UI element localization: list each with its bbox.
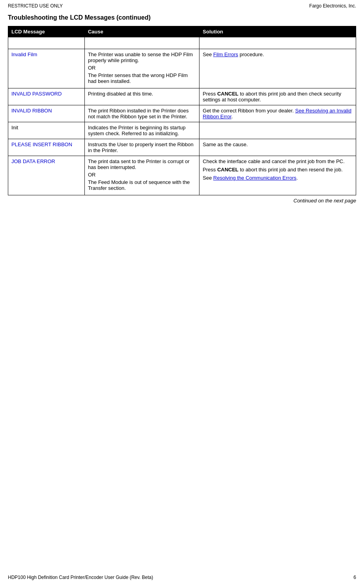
cause-text: Indicates the Printer is beginning its s…: [88, 125, 186, 136]
table-row: INVALID RIBBON The print Ribbon installe…: [8, 105, 356, 122]
section-title: Troubleshooting the LCD Messages (contin…: [8, 14, 356, 21]
lcd-message-label: Init: [11, 125, 18, 130]
table-row-empty: [8, 37, 356, 49]
header-left: RESTRICTED USE ONLY: [8, 3, 63, 9]
solution-text: Same as the cause.: [203, 141, 248, 147]
lcd-invalid-film: Invalid Film: [8, 49, 85, 88]
cause-text: Printing disabled at this time.: [88, 91, 153, 97]
footer-left: HDP100 High Definition Card Printer/Enco…: [8, 575, 153, 580]
continued-text: Continued on the next page: [8, 195, 356, 206]
resolving-comm-errors-link[interactable]: Resolving the Communication Errors: [213, 175, 296, 181]
lcd-message-label: JOB DATA ERROR: [11, 158, 55, 164]
table-row: JOB DATA ERROR The print data sent to th…: [8, 156, 356, 195]
cause-text: The print Ribbon installed in the Printe…: [88, 108, 189, 119]
cause-text: Instructs the User to properly insert th…: [88, 141, 194, 153]
lcd-init: Init: [8, 122, 85, 139]
col-header-cause: Cause: [84, 26, 199, 37]
table-row: Init Indicates the Printer is beginning …: [8, 122, 356, 139]
cause-text-2: The Feed Module is out of sequence with …: [88, 179, 196, 191]
solution-text: Get the correct Ribbon from your dealer.: [203, 108, 295, 114]
cause-please-insert-ribbon: Instructs the User to properly insert th…: [84, 139, 199, 156]
solution-text: See: [203, 51, 213, 57]
empty-lcd: [8, 37, 85, 49]
cause-job-data-error: The print data sent to the Printer is co…: [84, 156, 199, 195]
cancel-bold: CANCEL: [217, 167, 238, 173]
cause-invalid-password: Printing disabled at this time.: [84, 88, 199, 105]
empty-solution: [199, 37, 356, 49]
solution-text-period: .: [231, 114, 233, 119]
table-row: Invalid Film The Printer was unable to s…: [8, 49, 356, 88]
cancel-bold: CANCEL: [217, 91, 238, 97]
footer-right: 6: [353, 575, 356, 580]
lcd-message-label: INVALID RIBBON: [11, 108, 52, 114]
film-errors-link[interactable]: Film Errors: [213, 51, 238, 57]
cause-text-2: The Printer senses that the wrong HDP Fi…: [88, 72, 196, 84]
cause-text: The print data sent to the Printer is co…: [88, 158, 196, 170]
col-header-solution: Solution: [199, 26, 356, 37]
solution-invalid-password: Press CANCEL to abort this print job and…: [199, 88, 356, 105]
cause-text: The Printer was unable to sense the HDP …: [88, 51, 196, 63]
solution-please-insert-ribbon: Same as the cause.: [199, 139, 356, 156]
solution-text-3: See Resolving the Communication Errors.: [203, 175, 353, 181]
header-right: Fargo Electronics, Inc.: [309, 3, 356, 9]
lcd-message-label: PLEASE INSERT RIBBON: [11, 141, 72, 147]
table-row: INVALID PASSWORD Printing disabled at th…: [8, 88, 356, 105]
solution-invalid-ribbon: Get the correct Ribbon from your dealer.…: [199, 105, 356, 122]
solution-text: Press: [203, 91, 217, 97]
solution-text-after: procedure.: [238, 51, 264, 57]
cause-invalid-film: The Printer was unable to sense the HDP …: [84, 49, 199, 88]
or-text: OR: [88, 65, 196, 71]
lcd-message-label: Invalid Film: [11, 51, 37, 57]
solution-text-2: Press CANCEL to abort this print job and…: [203, 167, 353, 173]
lcd-invalid-password: INVALID PASSWORD: [8, 88, 85, 105]
solution-invalid-film: See Film Errors procedure.: [199, 49, 356, 88]
solution-text-1: Check the interface cable and cancel the…: [203, 158, 353, 164]
solution-init: [199, 122, 356, 139]
lcd-job-data-error: JOB DATA ERROR: [8, 156, 85, 195]
empty-cause: [84, 37, 199, 49]
cause-invalid-ribbon: The print Ribbon installed in the Printe…: [84, 105, 199, 122]
col-header-lcd: LCD Message: [8, 26, 85, 37]
or-text: OR: [88, 172, 196, 178]
lcd-invalid-ribbon: INVALID RIBBON: [8, 105, 85, 122]
troubleshooting-table: LCD Message Cause Solution Invalid Film …: [8, 26, 356, 195]
cause-init: Indicates the Printer is beginning its s…: [84, 122, 199, 139]
solution-job-data-error: Check the interface cable and cancel the…: [199, 156, 356, 195]
table-row: PLEASE INSERT RIBBON Instructs the User …: [8, 139, 356, 156]
lcd-message-label: INVALID PASSWORD: [11, 91, 62, 97]
lcd-please-insert-ribbon: PLEASE INSERT RIBBON: [8, 139, 85, 156]
